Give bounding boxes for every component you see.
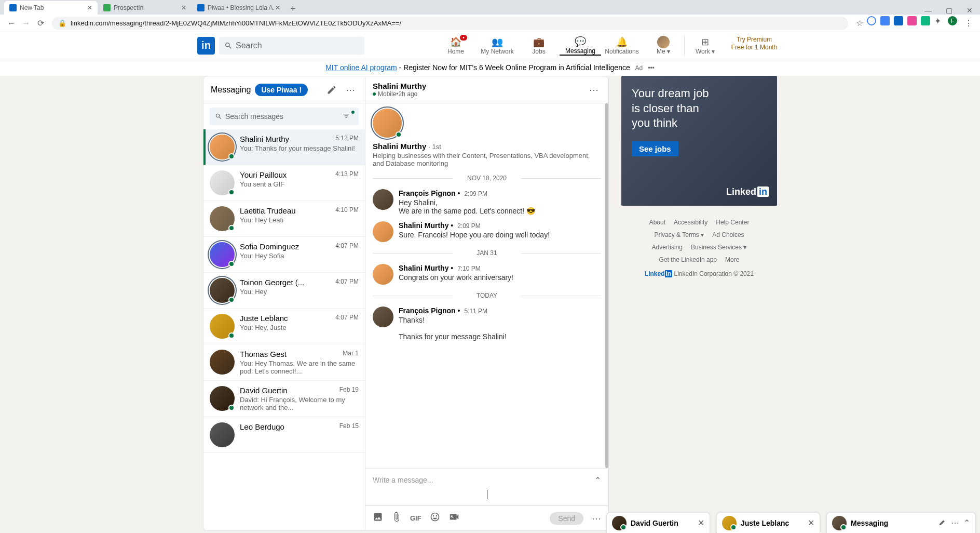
close-icon[interactable]: ✕ — [698, 518, 704, 528]
footer-link[interactable]: Accessibility — [674, 219, 707, 226]
gif-button[interactable]: GIF — [410, 514, 421, 522]
compose-icon[interactable] — [324, 83, 339, 97]
chat-tab[interactable]: Juste Leblanc ✕ — [716, 512, 820, 531]
nav-notifications[interactable]: 🔔Notifications — [601, 36, 643, 56]
close-window-icon[interactable]: ✕ — [959, 6, 980, 15]
message-text: Congrats on your work anniversary! — [399, 273, 513, 282]
conversation-item[interactable]: Youri Pailloux4:13 PM You sent a GIF — [203, 165, 365, 201]
image-icon[interactable] — [373, 512, 383, 525]
message-sender[interactable]: Shalini Murthy — [399, 221, 448, 230]
linkedin-logo[interactable]: in — [197, 37, 215, 55]
emoji-icon[interactable] — [430, 512, 440, 525]
conversation-name: Youri Pailloux — [240, 170, 287, 179]
more-icon[interactable]: ⋯ — [592, 513, 601, 524]
message: Shalini Murthy • 2:09 PM Sure, Francois!… — [373, 221, 601, 242]
browser-tab[interactable]: New Tab✕ — [4, 1, 98, 15]
message-sender[interactable]: François Pignon — [399, 189, 456, 197]
close-icon[interactable]: ✕ — [181, 4, 186, 11]
extension-icon[interactable] — [894, 16, 903, 25]
close-icon[interactable]: ✕ — [87, 4, 92, 11]
more-icon[interactable]: ⋯ — [343, 83, 358, 97]
extensions-menu-icon[interactable]: ✦ — [934, 16, 944, 25]
new-tab-button[interactable]: + — [286, 4, 300, 15]
conversation-item[interactable]: Shalini Murthy5:12 PM You: Thanks for yo… — [203, 129, 365, 165]
conversation-item[interactable]: David GuertinFeb 19 David: Hi François, … — [203, 381, 365, 417]
browser-menu-icon[interactable]: ⋮ — [961, 16, 976, 31]
avatar[interactable] — [373, 221, 393, 242]
more-icon[interactable]: ⋯ — [951, 518, 959, 528]
compose-icon[interactable] — [938, 518, 947, 528]
conversation-item[interactable]: Leo BerdugoFeb 15 — [203, 417, 365, 453]
profile-summary[interactable]: Shalini Murthy· 1st Helping businesses w… — [373, 109, 601, 167]
forward-button[interactable]: → — [19, 16, 33, 31]
browser-tab[interactable]: Piwaa • Blessing Lola A.✕ — [192, 1, 285, 15]
avatar[interactable] — [373, 307, 393, 327]
close-icon[interactable]: ✕ — [808, 518, 814, 528]
thread-more-icon[interactable]: ⋯ — [587, 83, 601, 97]
nav-home[interactable]: 🏠Home• — [435, 36, 477, 56]
conversation-item[interactable]: Thomas GestMar 1 You: Hey Thomas, We are… — [203, 344, 365, 381]
message-sender[interactable]: François Pignon — [399, 307, 456, 315]
ad-link[interactable]: MIT online AI program — [325, 63, 397, 72]
footer-link[interactable]: Privacy & Terms — [654, 231, 704, 238]
extension-icon[interactable] — [921, 16, 930, 25]
compose-input[interactable]: Write a message... ⌃ — [365, 469, 608, 505]
profile-avatar[interactable]: F — [948, 16, 957, 25]
avatar[interactable] — [373, 189, 393, 210]
chevron-up-icon[interactable]: ⌃ — [594, 475, 601, 485]
footer-link[interactable]: Advertising — [652, 244, 683, 251]
star-icon[interactable]: ☆ — [852, 16, 867, 31]
avatar[interactable] — [373, 264, 393, 285]
search-messages-input[interactable]: Search messages — [210, 108, 359, 125]
thread-contact-name[interactable]: Shalini Murthy — [373, 82, 426, 90]
minimize-icon[interactable]: — — [918, 6, 938, 15]
close-icon[interactable]: ✕ — [275, 4, 280, 11]
premium-upsell[interactable]: Try Premium Free for 1 Month — [726, 36, 783, 56]
use-piwaa-button[interactable]: Use Piwaa ! — [255, 84, 308, 96]
conversation-item[interactable]: Toinon Georget (...4:07 PM You: Hey — [203, 273, 365, 309]
attachment-icon[interactable] — [391, 512, 402, 525]
video-icon[interactable] — [448, 511, 460, 525]
browser-tab-strip: New Tab✕ ProspectIn✕ Piwaa • Blessing Lo… — [0, 0, 980, 15]
sidebar-ad[interactable]: Your dream job is closer than you think … — [621, 76, 777, 206]
maximize-icon[interactable]: ▢ — [938, 6, 959, 15]
chat-tab[interactable]: David Guertin ✕ — [606, 512, 710, 531]
url-input[interactable]: 🔒linkedin.com/messaging/thread/2-MjE0ZWQ… — [52, 17, 848, 30]
footer-link[interactable]: Ad Choices — [712, 231, 744, 238]
footer-link[interactable]: More — [725, 256, 739, 263]
conversation-name: Toinon Georget (... — [240, 278, 304, 287]
nav-work[interactable]: ⊞Work ▾ — [684, 36, 726, 56]
see-jobs-button[interactable]: See jobs — [632, 141, 678, 156]
send-button[interactable]: Send — [550, 512, 583, 525]
global-search-input[interactable]: Search — [219, 37, 364, 55]
extension-icon[interactable] — [907, 16, 917, 25]
nav-network[interactable]: 👥My Network — [477, 36, 518, 56]
nav-jobs[interactable]: 💼Jobs — [518, 36, 560, 56]
nav-messaging[interactable]: 💬Messaging — [560, 36, 601, 56]
filter-icon[interactable] — [342, 112, 353, 122]
avatar — [210, 170, 235, 195]
reload-button[interactable]: ⟳ — [33, 16, 48, 31]
extension-icon[interactable] — [867, 16, 876, 25]
conversation-item[interactable]: Laetitia Trudeau4:10 PM You: Hey Leati — [203, 201, 365, 237]
back-button[interactable]: ← — [4, 16, 19, 31]
footer-link[interactable]: Get the LinkedIn app — [659, 256, 717, 263]
linkedin-header: in Search 🏠Home• 👥My Network 💼Jobs 💬Mess… — [0, 32, 980, 59]
ad-menu-icon[interactable]: ••• — [648, 64, 655, 72]
footer-link[interactable]: About — [649, 219, 665, 226]
avatar — [210, 422, 235, 447]
extension-icon[interactable] — [880, 16, 890, 25]
footer-link[interactable]: Business Services — [691, 244, 746, 251]
conversation-item[interactable]: Juste Leblanc4:07 PM You: Hey, Juste — [203, 309, 365, 344]
nav-me[interactable]: Me ▾ — [643, 36, 684, 56]
sponsored-banner[interactable]: MIT online AI program - Register Now for… — [0, 59, 980, 76]
chevron-up-icon[interactable]: ⌃ — [963, 518, 970, 528]
footer-link[interactable]: Help Center — [716, 219, 749, 226]
date-separator: TODAY — [373, 292, 601, 299]
browser-tab[interactable]: ProspectIn✕ — [98, 1, 192, 15]
message-sender[interactable]: Shalini Murthy — [399, 264, 448, 272]
avatar — [612, 516, 627, 530]
search-placeholder: Search — [236, 41, 262, 50]
conversation-item[interactable]: Sofia Dominguez4:07 PM You: Hey Sofia — [203, 237, 365, 273]
messaging-overlay-tab[interactable]: Messaging ⋯ ⌃ — [826, 512, 976, 531]
